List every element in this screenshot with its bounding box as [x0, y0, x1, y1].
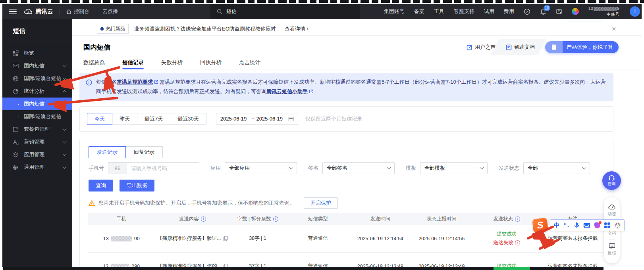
microphone-icon[interactable]	[574, 222, 579, 228]
spec-requirement-link[interactable]: 需满足规范要求	[117, 79, 153, 85]
avatar[interactable]: 1	[630, 6, 640, 17]
sidebar-item-package-mgmt[interactable]: 套餐包管理	[2, 123, 72, 136]
sidebar-item-domestic-sms[interactable]: 国内短信	[2, 59, 72, 72]
home-icon	[66, 9, 71, 14]
send-status-label: 发送状态	[499, 165, 519, 172]
console-link[interactable]: 控制台	[66, 8, 89, 15]
date-range-picker[interactable]: 2025-06-19 ~ 2025-06-19	[216, 113, 298, 125]
preset-last7days-button[interactable]: 最近7天	[137, 113, 170, 125]
retention-hint: 仅保留近两个月短信记录	[305, 115, 362, 123]
tab-receipt-analysis[interactable]: 回执分析	[200, 56, 222, 69]
preset-last30days-button[interactable]: 最近30天	[170, 113, 206, 125]
menu-billing[interactable]: 费用	[504, 8, 514, 15]
sidebar-item-intl-sms[interactable]: 国际/港澳台短信	[2, 72, 72, 85]
account-info[interactable]: 109 主账号	[588, 6, 619, 17]
emoji-face-icon[interactable]	[614, 222, 621, 229]
phone-input[interactable]	[127, 162, 199, 174]
enable-protection-button[interactable]: 开启保护	[304, 197, 338, 209]
page-header-links: 用户之声 帮助文档 产品体验，你说了算	[467, 41, 619, 53]
menu-trial[interactable]: 试用	[484, 8, 494, 15]
banner-detail-link[interactable]: 查看详情 ›	[285, 25, 309, 33]
chevron-down-icon	[63, 76, 67, 80]
cell-phone: 13290	[88, 264, 155, 267]
chevron-down-icon	[480, 166, 484, 170]
user-voice-link[interactable]: 用户之声	[467, 44, 496, 51]
cell-content: 【痛康精准医疗服务】验证...	[155, 235, 230, 242]
sms-assistant-link[interactable]: 腾讯云短信小助手	[266, 88, 308, 94]
preset-yesterday-button[interactable]: 昨天	[112, 113, 137, 125]
pinwheel-colorful-icon[interactable]	[572, 8, 579, 15]
keyboard-icon[interactable]	[583, 223, 590, 228]
dock-item-updates[interactable]: 动态	[604, 201, 620, 220]
sidebar-item-general-mgmt[interactable]: 通用管理	[2, 161, 72, 174]
dock-item-feedback[interactable]: 反馈	[604, 240, 620, 259]
page-title: 国内短信	[83, 43, 110, 52]
order-doc-icon[interactable]	[556, 8, 562, 15]
tab-data-overview[interactable]: 数据总览	[83, 56, 105, 69]
export-data-button[interactable]: 导出数据	[120, 180, 154, 191]
tab-click-stats[interactable]: 点击统计	[239, 56, 260, 69]
skin-paint-icon[interactable]	[594, 222, 600, 228]
search-icon	[217, 9, 222, 14]
copy-icon[interactable]	[223, 236, 228, 241]
info-icon[interactable]	[273, 216, 278, 222]
global-search[interactable]	[210, 4, 360, 19]
search-input[interactable]	[226, 9, 314, 15]
sidebar-item-overview[interactable]: 概览	[2, 47, 72, 59]
banner-close-icon[interactable]: ✕	[611, 26, 616, 32]
droplet-icon	[100, 27, 104, 31]
app-select[interactable]: 全部应用	[225, 162, 297, 174]
header-content: 发送内容	[155, 216, 230, 222]
send-status-select[interactable]: 全部	[523, 162, 590, 174]
ticket-circle-icon[interactable]	[524, 8, 530, 15]
ime-chinese-mode-icon[interactable]: 中	[554, 222, 560, 229]
app-label: 应用	[210, 165, 221, 172]
date-preset-group: 今天 昨天 最近7天 最近30天	[87, 113, 206, 125]
consult-float-button[interactable]: 咨询	[602, 171, 621, 190]
info-icon[interactable]	[515, 216, 520, 222]
person-icon	[13, 139, 19, 146]
send-records-tab[interactable]: 发送记录	[89, 146, 126, 158]
sidebar-subitem-domestic-sms-active[interactable]: · 国内短信	[2, 98, 72, 110]
ime-menu-grid-icon[interactable]	[604, 222, 610, 228]
menu-tools[interactable]: 工具	[434, 8, 444, 15]
notification-bell-icon[interactable]: 10	[540, 8, 546, 15]
preset-today-button[interactable]: 今天	[87, 113, 112, 125]
notice-text: 短信签名需满足规范要求需满足规范要求且在运营商完成实名报备后才可保障短信下发成功…	[96, 78, 607, 97]
tencent-cloud-logo[interactable]: 腾讯云	[24, 8, 53, 15]
menu-support[interactable]: 客服支持	[454, 8, 474, 15]
info-notice: 短信签名需满足规范要求需满足规范要求且在运营商完成实名报备后才可保障短信下发成功…	[79, 73, 613, 101]
info-icon[interactable]	[201, 216, 206, 222]
torn-edge-green	[494, 267, 530, 270]
sidebar-item-marketing-mgmt[interactable]: 营销管理	[2, 136, 72, 148]
menu-group-account[interactable]: 集团账号	[384, 8, 405, 15]
header-send-status: 发送状态	[473, 216, 540, 222]
tab-failure-analysis[interactable]: 失败分析	[161, 56, 183, 69]
sidebar-item-app-mgmt[interactable]: 应用管理	[2, 148, 72, 161]
sidebar-item-statistics[interactable]: 统计分析	[2, 85, 72, 98]
reply-records-tab[interactable]: 回复记录	[125, 146, 163, 158]
ime-punctuation-icon[interactable]: °，	[564, 222, 570, 229]
chevron-down-icon	[63, 140, 67, 144]
product-experience-button[interactable]: 产品体验，你说了算	[545, 41, 619, 53]
phone-label: 手机号	[89, 165, 104, 172]
cell-send-time: 2025-06-19 12:13:49	[351, 264, 410, 267]
action-buttons: 查询 导出数据	[89, 180, 154, 191]
status-submitted: 提交成功	[497, 231, 517, 237]
signature-select[interactable]: 全部签名	[322, 162, 395, 174]
help-doc-link[interactable]: 帮助文档	[506, 44, 535, 51]
chevron-down-icon	[63, 63, 67, 67]
ime-toolbar: S 中 °，	[533, 218, 625, 232]
hamburger-menu-icon[interactable]	[9, 9, 17, 14]
menu-icp[interactable]: 备案	[414, 8, 424, 15]
warning-triangle-icon	[89, 200, 95, 206]
template-select[interactable]: 全部模板	[420, 162, 488, 174]
sidebar-title: 短信	[2, 19, 72, 42]
tab-sms-records[interactable]: 短信记录	[122, 56, 144, 69]
sidebar-subitem-intl-sms[interactable]: · 国际/港澳台短信	[2, 110, 72, 123]
product-link-vod[interactable]: 云点播	[102, 8, 118, 15]
error-circle-icon[interactable]	[515, 240, 520, 245]
copy-icon[interactable]	[223, 264, 228, 267]
query-button[interactable]: 查询	[89, 180, 113, 191]
sogou-logo-icon[interactable]: S	[532, 218, 548, 233]
